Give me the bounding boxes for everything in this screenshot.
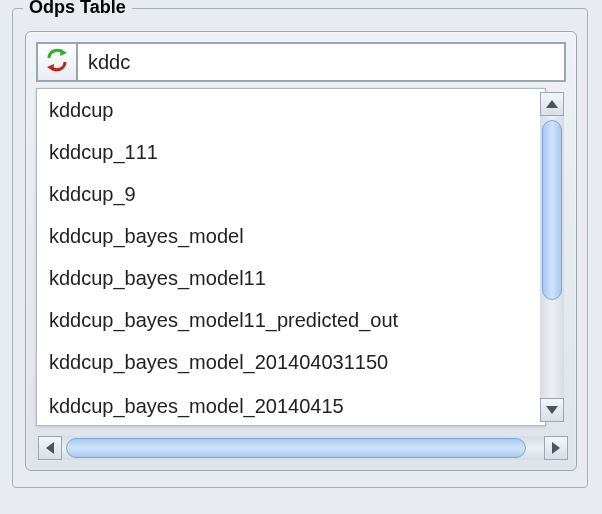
chevron-left-icon bbox=[46, 442, 54, 454]
list-item[interactable]: kddcup_bayes_model11_predicted_out bbox=[37, 299, 545, 341]
search-input-wrap bbox=[76, 42, 566, 82]
group-odps-table: Odps Table kddcup kddcup_111 kdd bbox=[12, 8, 588, 488]
suggestion-dropdown: kddcup kddcup_111 kddcup_9 kddcup_bayes_… bbox=[36, 88, 546, 426]
scroll-left-button[interactable] bbox=[38, 436, 62, 460]
vertical-scroll-thumb[interactable] bbox=[542, 120, 562, 300]
list-item[interactable]: kddcup bbox=[37, 89, 545, 131]
scroll-down-button[interactable] bbox=[540, 398, 564, 422]
horizontal-scrollbar[interactable] bbox=[38, 436, 568, 460]
chevron-down-icon bbox=[546, 406, 558, 414]
vertical-scrollbar[interactable] bbox=[540, 92, 564, 422]
reload-icon bbox=[45, 48, 69, 76]
list-item[interactable]: kddcup_bayes_model_20140415 bbox=[37, 385, 545, 426]
horizontal-scroll-thumb[interactable] bbox=[66, 438, 526, 458]
reload-button[interactable] bbox=[36, 42, 76, 82]
list-item[interactable]: kddcup_9 bbox=[37, 173, 545, 215]
inset-panel: kddcup kddcup_111 kddcup_9 kddcup_bayes_… bbox=[25, 31, 577, 471]
svg-marker-1 bbox=[47, 64, 54, 71]
chevron-right-icon bbox=[552, 442, 560, 454]
search-row bbox=[36, 42, 566, 82]
scroll-up-button[interactable] bbox=[540, 92, 564, 116]
svg-marker-0 bbox=[60, 49, 67, 56]
search-input[interactable] bbox=[78, 44, 564, 80]
list-item[interactable]: kddcup_bayes_model bbox=[37, 215, 545, 257]
scroll-right-button[interactable] bbox=[544, 436, 568, 460]
group-title: Odps Table bbox=[23, 0, 132, 18]
list-item[interactable]: kddcup_111 bbox=[37, 131, 545, 173]
vertical-scroll-track[interactable] bbox=[540, 116, 564, 398]
horizontal-scroll-track[interactable] bbox=[62, 436, 544, 460]
chevron-up-icon bbox=[546, 100, 558, 108]
list-item[interactable]: kddcup_bayes_model11 bbox=[37, 257, 545, 299]
list-item[interactable]: kddcup_bayes_model_201404031150 bbox=[37, 341, 545, 383]
